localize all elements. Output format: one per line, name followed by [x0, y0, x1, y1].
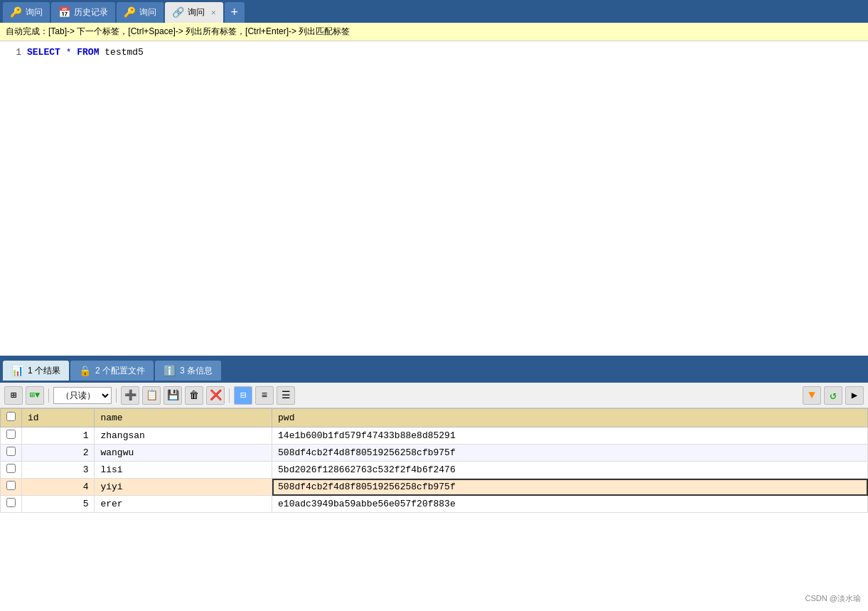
separator-3	[229, 388, 230, 403]
result-tab-bar: 📊 1 个结果 🔒 2 个配置文件 ℹ️ 3 条信息	[0, 358, 868, 383]
row-checkbox[interactable]	[6, 447, 16, 456]
sql-content[interactable]: SELECT * FROM testmd5	[27, 46, 862, 351]
header-checkbox[interactable]	[1, 409, 22, 427]
data-table-wrapper[interactable]: id name pwd 1zhangsan14e1b600b1fd579f474…	[0, 408, 868, 611]
row-checkbox-cell[interactable]	[1, 496, 22, 513]
table-header-row: id name pwd	[1, 409, 868, 427]
cancel-button[interactable]: ❌	[206, 386, 225, 405]
autocomplete-hint: 自动完成：[Tab]-> 下一个标签，[Ctrl+Space]-> 列出所有标签…	[0, 23, 868, 41]
cell-id: 1	[22, 427, 95, 445]
delete-button[interactable]: 🗑	[185, 386, 203, 405]
row-checkbox-cell[interactable]	[1, 427, 22, 445]
sql-editor[interactable]: 1 SELECT * FROM testmd5	[0, 41, 868, 358]
cell-pwd: 14e1b600b1fd579f47433b88e8d85291	[272, 427, 868, 445]
tab-icon-1: 🔑	[10, 6, 22, 18]
duplicate-button[interactable]: 📋	[142, 386, 161, 405]
tab-history[interactable]: 📅 历史记录	[51, 2, 115, 23]
header-pwd: pwd	[272, 409, 868, 427]
add-icon: ⊞▼	[30, 390, 40, 400]
result-tab-label-3: 3 条信息	[180, 365, 213, 377]
column-view-button[interactable]: ≡	[255, 386, 274, 405]
result-tab-results[interactable]: 📊 1 个结果	[3, 361, 69, 381]
tab-icon-3: 🔑	[124, 6, 136, 18]
readonly-select[interactable]: （只读） 可编辑	[53, 387, 112, 404]
separator-2	[116, 388, 117, 403]
more-button[interactable]: ▶	[845, 386, 864, 405]
row-checkbox-cell[interactable]	[1, 462, 22, 479]
cell-name: wangwu	[95, 445, 272, 462]
cell-name: zhangsan	[95, 427, 272, 445]
cell-pwd: 508df4cb2f4d8f80519256258cfb975f	[272, 479, 868, 496]
line-number-1: 1	[6, 46, 21, 60]
filter-button[interactable]: ▼	[803, 386, 821, 405]
watermark: CSDN @淡水瑜	[805, 593, 861, 604]
hint-text: 自动完成：[Tab]-> 下一个标签，[Ctrl+Space]-> 列出所有标签…	[6, 26, 350, 36]
cell-id: 3	[22, 462, 95, 479]
row-checkbox[interactable]	[6, 464, 16, 473]
cell-id: 4	[22, 479, 95, 496]
cell-name: lisi	[95, 462, 272, 479]
cell-name: erer	[95, 496, 272, 513]
result-tab-label-1: 1 个结果	[28, 365, 60, 377]
add-button[interactable]: ➕	[121, 386, 139, 405]
new-tab-button[interactable]: +	[225, 2, 245, 23]
result-tab-label-2: 2 个配置文件	[95, 365, 145, 377]
tab-close-button[interactable]: ✕	[211, 8, 216, 17]
cell-id: 5	[22, 496, 95, 513]
tab-label-2: 历史记录	[74, 6, 108, 18]
table-row[interactable]: 3lisi5bd2026f128662763c532f2f4b6f2476	[1, 462, 868, 479]
tab-icon-4: 🔗	[172, 6, 184, 18]
result-tab-info[interactable]: ℹ️ 3 条信息	[155, 361, 221, 381]
main-area: 自动完成：[Tab]-> 下一个标签，[Ctrl+Space]-> 列出所有标签…	[0, 23, 868, 611]
filter-icon: ▼	[808, 389, 815, 402]
tab-label-3: 询问	[139, 6, 156, 18]
header-name: name	[95, 409, 272, 427]
table-view-button[interactable]: ⊟	[234, 386, 252, 405]
tab-query-2[interactable]: 🔑 询问	[117, 2, 164, 23]
result-panel: 📊 1 个结果 🔒 2 个配置文件 ℹ️ 3 条信息 ⊞ ⊞▼ （只读） 可编辑	[0, 358, 868, 611]
table-row[interactable]: 4yiyi508df4cb2f4d8f80519256258cfb975f	[1, 479, 868, 496]
row-checkbox[interactable]	[6, 481, 16, 490]
line-numbers: 1	[6, 46, 27, 351]
row-checkbox[interactable]	[6, 498, 16, 507]
grid-view-button[interactable]: ⊞	[4, 386, 23, 405]
select-all-checkbox[interactable]	[6, 412, 16, 421]
cell-pwd: e10adc3949ba59abbe56e057f20f883e	[272, 496, 868, 513]
tab-query-1[interactable]: 🔑 询问	[3, 2, 50, 23]
row-checkbox-cell[interactable]	[1, 445, 22, 462]
table-row[interactable]: 1zhangsan14e1b600b1fd579f47433b88e8d8529…	[1, 427, 868, 445]
cell-id: 2	[22, 445, 95, 462]
cell-pwd: 508df4cb2f4d8f80519256258cfb975f	[272, 445, 868, 462]
refresh-button[interactable]: ↺	[824, 386, 842, 405]
result-icon-2: 🔒	[79, 365, 91, 376]
row-checkbox-cell[interactable]	[1, 479, 22, 496]
separator-1	[48, 388, 49, 403]
result-icon-3: ℹ️	[164, 365, 176, 376]
cell-name: yiyi	[95, 479, 272, 496]
row-view-button[interactable]: ☰	[277, 386, 295, 405]
row-checkbox[interactable]	[6, 430, 16, 439]
header-id: id	[22, 409, 95, 427]
table-row[interactable]: 5erere10adc3949ba59abbe56e057f20f883e	[1, 496, 868, 513]
data-table: id name pwd 1zhangsan14e1b600b1fd579f474…	[0, 408, 868, 513]
tab-label-4: 询问	[188, 6, 205, 18]
result-icon-1: 📊	[11, 365, 23, 376]
table-row[interactable]: 2wangwu508df4cb2f4d8f80519256258cfb975f	[1, 445, 868, 462]
tab-query-3-active[interactable]: 🔗 询问 ✕	[165, 2, 223, 23]
add-row-button[interactable]: ⊞▼	[26, 386, 44, 405]
tab-bar: 🔑 询问 📅 历史记录 🔑 询问 🔗 询问 ✕ +	[0, 0, 868, 23]
result-toolbar: ⊞ ⊞▼ （只读） 可编辑 ➕ 📋 💾 🗑 ❌ ⊟ ≡ ☰ ▼	[0, 383, 868, 408]
result-tab-config[interactable]: 🔒 2 个配置文件	[70, 361, 154, 381]
cell-pwd: 5bd2026f128662763c532f2f4b6f2476	[272, 462, 868, 479]
save-button[interactable]: 💾	[164, 386, 182, 405]
refresh-icon: ↺	[830, 388, 837, 403]
tab-label-1: 询问	[26, 6, 43, 18]
tab-icon-2: 📅	[58, 6, 70, 18]
